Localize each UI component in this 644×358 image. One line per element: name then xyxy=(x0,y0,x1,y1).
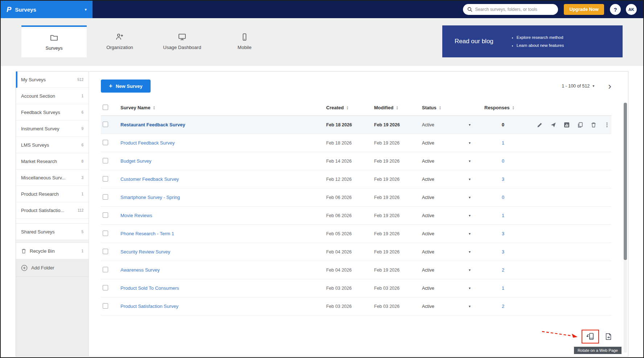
row-checkbox[interactable] xyxy=(103,231,108,236)
sidebar-folder-item[interactable]: Miscellaneous Surv... 3 xyxy=(16,170,89,186)
send-icon[interactable] xyxy=(550,122,556,128)
header-created[interactable]: Created ▲▼ xyxy=(326,105,374,110)
chevron-down-icon: ▾ xyxy=(469,141,471,145)
survey-name-link[interactable]: Restaurant Feedback Survey xyxy=(120,122,185,127)
folder-count: 512 xyxy=(77,78,83,82)
pagination-caret-icon[interactable]: ▾ xyxy=(592,84,594,88)
rotate-on-device-button[interactable] xyxy=(603,330,614,343)
help-button[interactable]: ? xyxy=(610,4,621,15)
sidebar-folder-item[interactable]: Product Research 1 xyxy=(16,186,89,202)
row-checkbox[interactable] xyxy=(103,122,108,127)
blog-banner[interactable]: Read our blog Explore research method Le… xyxy=(442,25,623,57)
more-options-icon[interactable] xyxy=(604,122,610,128)
search-input[interactable] xyxy=(463,4,558,15)
table-row[interactable]: Customer Feedback Survey Feb 12 2026 Feb… xyxy=(101,170,611,188)
table-row[interactable]: Phone Research - Term 1 Feb 05 2026 Feb … xyxy=(101,225,611,243)
avatar[interactable]: AK xyxy=(626,4,637,15)
scrollbar-thumb[interactable] xyxy=(624,103,627,260)
add-folder-button[interactable]: Add Folder xyxy=(16,259,89,277)
survey-name-link[interactable]: Security Review Survey xyxy=(120,249,170,255)
app-switcher[interactable]: P Surveys ▾ xyxy=(1,1,93,18)
responses-link[interactable]: 3 xyxy=(502,231,504,236)
rotate-on-web-page-button[interactable] xyxy=(582,330,599,343)
reports-icon[interactable] xyxy=(564,122,570,128)
survey-name-link[interactable]: Movie Reviews xyxy=(120,213,152,218)
copy-icon[interactable] xyxy=(577,122,583,128)
row-checkbox[interactable] xyxy=(103,194,108,200)
status-dropdown[interactable]: Active ▾ xyxy=(422,159,484,164)
status-dropdown[interactable]: Active ▾ xyxy=(422,249,484,255)
next-page-button[interactable]: › xyxy=(608,82,611,90)
responses-link[interactable]: 1 xyxy=(502,286,504,291)
survey-name-link[interactable]: Product Sold To Consumers xyxy=(120,285,179,291)
sidebar-folder-item[interactable]: Product Satisfactio... 112 xyxy=(16,202,89,219)
responses-link[interactable]: 0 xyxy=(502,159,504,164)
tab-surveys[interactable]: Surveys xyxy=(21,25,87,57)
sidebar-folder-item[interactable]: Instrument Survey 9 xyxy=(16,121,89,137)
row-checkbox[interactable] xyxy=(103,267,108,272)
sidebar-folder-item[interactable]: Account Section 1 xyxy=(16,88,89,104)
header-survey-name[interactable]: Survey Name ▲▼ xyxy=(120,105,326,110)
responses-link[interactable]: 0 xyxy=(502,195,504,200)
row-checkbox[interactable] xyxy=(103,249,108,254)
table-row[interactable]: Smartphone Survey - Spring Feb 06 2026 F… xyxy=(101,188,611,207)
responses-link[interactable]: 0 xyxy=(502,122,504,127)
sidebar-item-shared-surveys[interactable]: Shared Surveys 5 xyxy=(16,224,89,240)
new-survey-button[interactable]: + New Survey xyxy=(101,80,151,93)
status-dropdown[interactable]: Active ▾ xyxy=(422,286,484,291)
row-checkbox[interactable] xyxy=(103,176,108,182)
responses-link[interactable]: 3 xyxy=(502,177,504,182)
survey-name-link[interactable]: Smartphone Survey - Spring xyxy=(120,195,180,200)
tab-mobile[interactable]: Mobile xyxy=(215,25,274,57)
status-dropdown[interactable]: Active ▾ xyxy=(422,213,484,218)
table-row[interactable]: Movie Reviews Feb 06 2026 Feb 19 2026 Ac… xyxy=(101,207,611,225)
status-dropdown[interactable]: Active ▾ xyxy=(422,195,484,200)
table-row[interactable]: Product Satisfaction Survey Feb 03 2026 … xyxy=(101,297,611,316)
survey-name-link[interactable]: Product Feedback Survey xyxy=(120,140,175,146)
tab-usage-dashboard[interactable]: Usage Dashboard xyxy=(153,25,212,57)
status-dropdown[interactable]: Active ▾ xyxy=(422,231,484,236)
header-status[interactable]: Status ▲▼ xyxy=(422,105,484,110)
sort-icon: ▲▼ xyxy=(512,106,514,110)
survey-name-link[interactable]: Phone Research - Term 1 xyxy=(120,231,174,236)
sidebar-folder-item[interactable]: LMS Surveys 6 xyxy=(16,137,89,153)
sidebar-folder-item[interactable]: Market Research 8 xyxy=(16,153,89,170)
edit-icon[interactable] xyxy=(537,122,543,128)
status-dropdown[interactable]: Active ▾ xyxy=(422,141,484,146)
sidebar-folder-item[interactable]: Feedback Surveys 6 xyxy=(16,104,89,121)
table-row[interactable]: Product Feedback Survey Feb 18 2026 Feb … xyxy=(101,134,611,152)
header-modified[interactable]: Modified ▲▼ xyxy=(374,105,422,110)
responses-link[interactable]: 1 xyxy=(502,141,504,146)
status-dropdown[interactable]: Active ▾ xyxy=(422,122,484,127)
row-checkbox[interactable] xyxy=(103,158,108,163)
status-dropdown[interactable]: Active ▾ xyxy=(422,268,484,273)
survey-name-link[interactable]: Product Satisfaction Survey xyxy=(120,304,179,309)
survey-name-link[interactable]: Awareness Survey xyxy=(120,267,160,273)
row-checkbox[interactable] xyxy=(103,140,108,145)
table-row[interactable]: Security Review Survey Feb 04 2026 Feb 1… xyxy=(101,243,611,261)
responses-link[interactable]: 2 xyxy=(502,304,504,309)
table-row[interactable]: Restaurant Feedback Survey Feb 18 2026 F… xyxy=(101,116,611,134)
responses-link[interactable]: 2 xyxy=(502,268,504,273)
responses-link[interactable]: 3 xyxy=(502,249,504,255)
survey-name-link[interactable]: Budget Survey xyxy=(120,158,151,164)
created-date: Feb 04 2026 xyxy=(326,249,374,255)
header-responses[interactable]: Responses ▲▼ xyxy=(484,105,535,110)
responses-link[interactable]: 1 xyxy=(502,213,504,218)
sidebar-folder-item[interactable]: My Surveys 512 xyxy=(16,72,89,88)
row-checkbox[interactable] xyxy=(103,212,108,218)
status-dropdown[interactable]: Active ▾ xyxy=(422,304,484,309)
survey-name-link[interactable]: Customer Feedback Survey xyxy=(120,176,179,182)
table-row[interactable]: Product Sold To Consumers Feb 03 2026 Fe… xyxy=(101,279,611,297)
table-row[interactable]: Awareness Survey Feb 04 2026 Feb 19 2026… xyxy=(101,261,611,279)
sidebar-item-recycle-bin[interactable]: Recycle Bin 1 xyxy=(16,243,89,259)
tab-organization[interactable]: Organization xyxy=(90,25,149,57)
row-checkbox[interactable] xyxy=(103,303,108,309)
upgrade-button[interactable]: Upgrade Now xyxy=(564,4,604,15)
row-checkbox[interactable] xyxy=(103,285,108,290)
select-all-checkbox[interactable] xyxy=(103,105,108,110)
status-dropdown[interactable]: Active ▾ xyxy=(422,177,484,182)
delete-icon[interactable] xyxy=(591,122,596,128)
table-row[interactable]: Budget Survey Feb 14 2026 Feb 19 2026 Ac… xyxy=(101,152,611,170)
scrollbar-track[interactable] xyxy=(624,103,627,353)
